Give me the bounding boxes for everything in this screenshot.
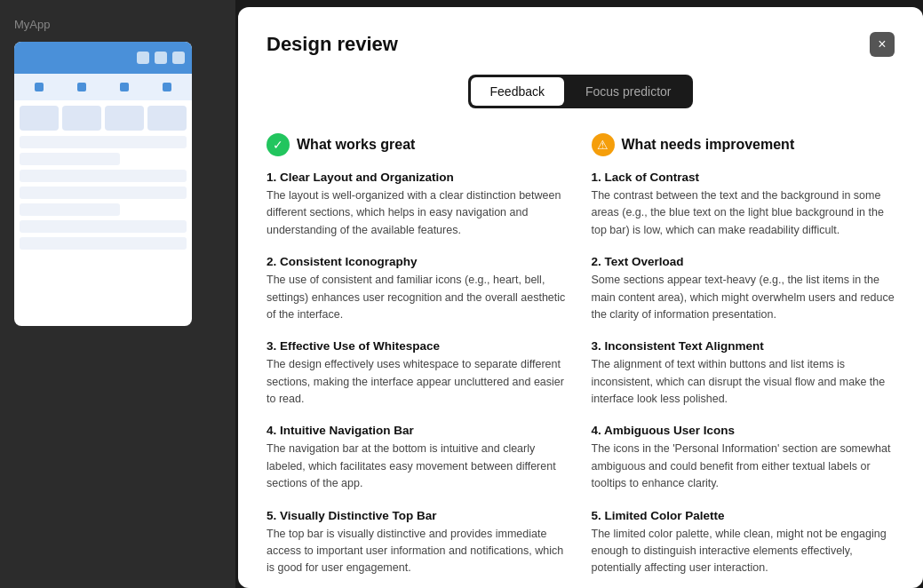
needs-item-3: 3. Inconsistent Text Alignment The align… [592,339,895,408]
needs-item-5: 5. Limited Color Palette The limited col… [592,509,895,577]
works-item-3: 3. Effective Use of Whitespace The desig… [267,339,570,408]
preview-cell-3 [105,106,144,131]
works-item-4-desc: The navigation bar at the bottom is intu… [267,441,570,492]
preview-icon-3 [172,52,185,64]
works-item-2-title: 2. Consistent Iconography [267,255,570,268]
nav-item-1 [35,83,44,91]
works-item-3-title: 3. Effective Use of Whitespace [267,339,570,353]
preview-grid [20,106,187,131]
works-item-4-title: 4. Intuitive Navigation Bar [267,424,570,437]
app-preview [14,42,192,326]
needs-item-4-desc: The icons in the 'Personal Information' … [592,441,895,492]
preview-row-5 [20,203,120,216]
what-needs-title: What needs improvement [622,137,795,153]
tab-bar: Feedback Focus predictor [267,75,895,108]
needs-item-1-desc: The contrast between the text and the ba… [592,187,895,239]
needs-item-3-desc: The alignment of text within buttons and… [592,356,895,408]
works-item-2-desc: The use of consistent and familiar icons… [267,272,570,323]
works-item-1-desc: The layout is well-organized with a clea… [267,187,570,239]
needs-item-5-title: 5. Limited Color Palette [592,509,895,522]
tab-focus-predictor[interactable]: Focus predictor [566,77,690,106]
nav-item-4 [163,83,171,91]
nav-item-3 [120,83,129,91]
tab-group: Feedback Focus predictor [468,75,694,108]
works-item-2: 2. Consistent Iconography The use of con… [267,255,570,323]
modal-header: Design review × [267,32,895,57]
needs-item-4-title: 4. Ambiguous User Icons [592,424,895,437]
what-works-section: ✓ What works great 1. Clear Layout and O… [267,133,570,588]
works-item-1-title: 1. Clear Layout and Organization [267,171,570,184]
works-item-5: 5. Visually Distinctive Top Bar The top … [267,509,570,577]
close-button[interactable]: × [870,32,895,57]
checkmark-icon: ✓ [267,133,290,156]
needs-item-1-title: 1. Lack of Contrast [592,171,895,184]
works-item-1: 1. Clear Layout and Organization The lay… [267,171,570,239]
what-works-heading: ✓ What works great [267,133,570,156]
works-item-3-desc: The design effectively uses whitespace t… [267,356,570,408]
preview-row-7 [20,237,187,250]
what-needs-section: ⚠ What needs improvement 1. Lack of Cont… [592,133,895,588]
works-item-4: 4. Intuitive Navigation Bar The navigati… [267,424,570,492]
content-grid: ✓ What works great 1. Clear Layout and O… [267,133,895,588]
needs-item-2-desc: Some sections appear text-heavy (e.g., t… [592,272,895,323]
design-review-modal: Design review × Feedback Focus predictor… [238,7,923,588]
app-label: MyApp [14,18,221,31]
needs-item-4: 4. Ambiguous User Icons The icons in the… [592,424,895,492]
sidebar: MyApp [0,0,235,588]
needs-item-5-desc: The limited color palette, while clean, … [592,526,895,577]
preview-row-6 [20,220,187,233]
preview-row-3 [20,170,187,182]
preview-content [14,100,192,259]
preview-cell-4 [147,106,187,131]
needs-item-1: 1. Lack of Contrast The contrast between… [592,171,895,239]
preview-row-1 [20,136,187,148]
preview-cell-2 [62,106,101,131]
preview-nav [14,74,192,100]
needs-item-2: 2. Text Overload Some sections appear te… [592,255,895,323]
preview-icon-2 [155,52,167,64]
what-works-title: What works great [297,137,415,153]
tab-feedback[interactable]: Feedback [471,77,564,106]
preview-cell-1 [20,106,59,131]
works-item-5-desc: The top bar is visually distinctive and … [267,526,570,577]
preview-icon-1 [137,52,149,64]
nav-item-2 [77,83,86,91]
needs-item-2-title: 2. Text Overload [592,255,895,268]
modal-title: Design review [267,33,398,56]
preview-topbar-icons [137,52,185,64]
preview-row-2 [20,153,120,165]
warning-icon: ⚠ [592,133,615,156]
works-item-5-title: 5. Visually Distinctive Top Bar [267,509,570,522]
preview-topbar [14,42,192,74]
what-needs-heading: ⚠ What needs improvement [592,133,895,156]
needs-item-3-title: 3. Inconsistent Text Alignment [592,339,895,353]
preview-row-4 [20,187,187,199]
